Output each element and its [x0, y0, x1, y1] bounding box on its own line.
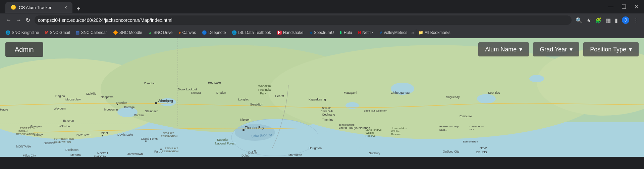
- svg-text:mer: mer: [470, 128, 474, 131]
- sidebar-icon[interactable]: ▮: [615, 17, 618, 24]
- bookmark-hulu[interactable]: h Hulu: [337, 29, 355, 36]
- close-button[interactable]: ✕: [632, 2, 641, 11]
- svg-text:Sioux Lookout: Sioux Lookout: [178, 88, 197, 91]
- deepnote-favicon: 🔵: [202, 30, 207, 35]
- forward-button[interactable]: →: [15, 17, 21, 24]
- svg-text:Wabakimi: Wabakimi: [258, 84, 271, 88]
- hulu-favicon: h: [340, 30, 342, 35]
- svg-text:Williston: Williston: [59, 125, 70, 128]
- address-bar: ← → ↻ 🔍 ★ 🧩 ▦ ▮ J ⋮: [0, 13, 644, 27]
- bookmark-star-icon[interactable]: ★: [586, 17, 591, 24]
- close-tab-button[interactable]: ×: [64, 5, 67, 10]
- bookmark-snc-gmail-label: SNC Gmail: [50, 30, 70, 35]
- bookmark-volleymetrics[interactable]: V VolleyMetrics: [377, 29, 410, 36]
- svg-text:Longlac: Longlac: [238, 98, 249, 101]
- maximize-button[interactable]: ❐: [619, 2, 629, 11]
- svg-text:BRUNS...: BRUNS...: [476, 151, 489, 154]
- bookmark-snc-drive-label: SNC Drive: [154, 30, 173, 35]
- svg-text:Cochrane: Cochrane: [322, 113, 335, 116]
- bookmark-snc-moodle[interactable]: 🔶 SNC Moodle: [110, 29, 145, 36]
- svg-text:Moosomin: Moosomin: [104, 108, 118, 111]
- snc-knightline-favicon: 🌐: [5, 30, 10, 35]
- admin-button[interactable]: Admin: [5, 42, 43, 57]
- svg-text:Dauphin: Dauphin: [144, 82, 156, 85]
- svg-text:Sidney: Sidney: [34, 133, 43, 136]
- all-bookmarks-label: All Bookmarks: [425, 30, 450, 35]
- svg-text:Havre: Havre: [0, 108, 8, 111]
- title-bar: 🟡 CS Alum Tracker × + — ❐ ✕: [0, 0, 644, 13]
- bookmark-handshake[interactable]: H Handshake: [274, 29, 306, 36]
- url-input[interactable]: [35, 15, 572, 25]
- svg-text:Melville: Melville: [86, 92, 96, 95]
- search-icon[interactable]: 🔍: [576, 17, 582, 24]
- profile-button[interactable]: J: [622, 16, 629, 24]
- svg-text:RESERVATION: RESERVATION: [161, 135, 177, 137]
- svg-text:Rimouski: Rimouski: [460, 115, 472, 118]
- new-tab-button[interactable]: +: [72, 5, 85, 13]
- grad-year-filter-button[interactable]: Grad Year ▾: [533, 42, 579, 56]
- bookmarks-overflow-button[interactable]: »: [411, 30, 414, 35]
- svg-text:RESERVATION: RESERVATION: [54, 141, 71, 143]
- minimize-button[interactable]: —: [605, 2, 616, 11]
- svg-text:Miles City: Miles City: [23, 154, 36, 157]
- netflix-favicon: N: [358, 30, 361, 35]
- extension-icon[interactable]: 🧩: [595, 17, 602, 24]
- svg-text:Devils Lake: Devils Lake: [117, 133, 133, 136]
- svg-text:Hearst: Hearst: [275, 94, 284, 98]
- svg-text:Winkler: Winkler: [134, 114, 144, 117]
- bookmark-snc-moodle-label: SNC Moodle: [119, 30, 142, 35]
- cast-icon[interactable]: ▦: [606, 17, 611, 24]
- svg-text:Shores: Shores: [339, 126, 347, 129]
- bookmark-canvas[interactable]: ● Canvas: [176, 29, 199, 36]
- svg-text:INDIAN: INDIAN: [18, 130, 28, 133]
- svg-text:Regina: Regina: [55, 94, 65, 98]
- svg-text:FORT PECK: FORT PECK: [20, 127, 36, 130]
- bookmark-deepnote[interactable]: 🔵 Deepnote: [199, 29, 228, 36]
- bookmark-netflix[interactable]: N Netflix: [355, 29, 376, 36]
- alum-name-filter-button[interactable]: Alum Name ▾: [478, 42, 529, 56]
- tab-title: CS Alum Tracker: [19, 5, 52, 10]
- bookmark-isl-data-label: ISL Data Textbook: [238, 30, 271, 35]
- svg-text:Dryden: Dryden: [216, 91, 226, 94]
- svg-text:Dickinson: Dickinson: [65, 148, 78, 152]
- svg-point-23: [145, 140, 147, 142]
- snc-gmail-favicon: M: [45, 30, 48, 35]
- svg-text:NORTH: NORTH: [97, 152, 108, 155]
- svg-text:Matagami: Matagami: [344, 91, 357, 94]
- svg-text:Nipigon: Nipigon: [240, 118, 251, 121]
- alum-name-dropdown-arrow: ▾: [519, 46, 522, 53]
- bookmark-spectrumu[interactable]: ◀ SpectrumU: [307, 29, 336, 36]
- menu-icon[interactable]: ⋮: [633, 17, 639, 24]
- svg-text:Saguenay: Saguenay: [446, 95, 460, 99]
- svg-point-22: [102, 135, 103, 136]
- svg-text:Geraldton: Geraldton: [250, 103, 263, 106]
- svg-text:Reserve: Reserve: [366, 134, 376, 137]
- tab-favicon: 🟡: [11, 5, 16, 10]
- bookmark-isl-data[interactable]: 🌐 ISL Data Textbook: [229, 29, 273, 36]
- bookmark-snc-gmail[interactable]: M SNC Gmail: [42, 29, 72, 36]
- svg-text:Wildlife: Wildlife: [391, 130, 400, 133]
- svg-text:Medora: Medora: [70, 153, 81, 157]
- svg-text:Neepawa: Neepawa: [101, 95, 113, 99]
- svg-text:Superior: Superior: [217, 138, 228, 141]
- svg-text:Estevan: Estevan: [63, 119, 74, 122]
- back-button[interactable]: ←: [5, 17, 11, 24]
- position-type-filter-button[interactable]: Position Type ▾: [583, 42, 639, 56]
- active-tab[interactable]: 🟡 CS Alum Tracker ×: [5, 2, 72, 13]
- svg-text:Wildlife: Wildlife: [366, 131, 374, 134]
- svg-text:La Verendrye: La Verendrye: [366, 128, 382, 131]
- reload-button[interactable]: ↻: [25, 16, 31, 24]
- alum-name-filter-label: Alum Name: [485, 46, 517, 53]
- svg-text:RESERVATION: RESERVATION: [16, 133, 35, 136]
- bookmark-hulu-label: Hulu: [344, 30, 352, 35]
- all-bookmarks-button[interactable]: 📁 All Bookmarks: [418, 30, 450, 35]
- svg-text:Bath...: Bath...: [439, 128, 447, 131]
- browser-chrome: 🟡 CS Alum Tracker × + — ❐ ✕ ← → ↻ 🔍 ★ 🧩 …: [0, 0, 644, 38]
- all-bookmarks-folder-icon: 📁: [418, 30, 423, 35]
- bookmark-snc-knightline[interactable]: 🌐 SNC Knightline: [3, 29, 42, 36]
- bookmark-handshake-label: Handshake: [283, 30, 304, 35]
- bookmark-snc-drive[interactable]: ▲ SNC Drive: [146, 29, 175, 36]
- map-container[interactable]: Winnipeg Thunder Bay Duluth Fargo Brando…: [0, 38, 644, 157]
- grad-year-filter-label: Grad Year: [540, 46, 567, 53]
- bookmark-snc-calendar[interactable]: ▦ SNC Calendar: [73, 29, 109, 36]
